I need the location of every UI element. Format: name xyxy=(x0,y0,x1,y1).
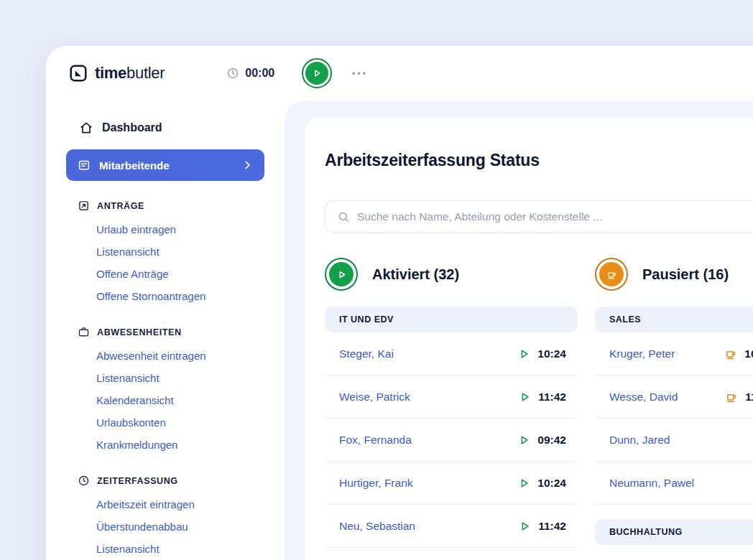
brand-name: timebutler xyxy=(95,64,165,83)
sidebar-item-listenansicht-antraege[interactable]: Listenansicht xyxy=(46,241,285,263)
department-header: SALES xyxy=(595,307,753,332)
brand-name-regular: butler xyxy=(126,64,165,83)
sidebar-section-antraege: ANTRÄGE Urlaub eintragen Listenansicht O… xyxy=(46,200,285,307)
timer-value: 00:00 xyxy=(245,67,274,80)
page-title: Arbeitszeiterfassung Status xyxy=(325,151,753,170)
section-header: ANTRÄGE xyxy=(46,200,285,212)
app-logo: timebutler xyxy=(69,64,165,83)
sidebar-item-label: Dashboard xyxy=(102,121,162,134)
sidebar: Dashboard Mitarbeitende ANTRÄGE Urlaub e… xyxy=(46,101,285,560)
requests-icon xyxy=(78,200,90,212)
tracked-time: 10:24 xyxy=(537,477,566,490)
play-icon xyxy=(517,477,530,490)
active-status-badge xyxy=(325,258,358,291)
table-row[interactable]: Wesse, David 11:42 xyxy=(595,375,753,419)
play-icon xyxy=(518,520,531,533)
sidebar-item-listenansicht-abwesenheiten[interactable]: Listenansicht xyxy=(46,367,285,389)
sidebar-item-arbeitszeit-eintragen[interactable]: Arbeitszeit eintragen xyxy=(46,493,285,515)
clock-icon xyxy=(78,475,90,487)
department-header: BUCHHALTUNG xyxy=(595,519,753,545)
paused-status-header: Pausiert (16) xyxy=(595,258,753,291)
paused-status-label: Pausiert (16) xyxy=(642,266,729,283)
more-options-button[interactable]: ⋯ xyxy=(351,65,368,81)
tracked-time: 10:24 xyxy=(537,347,566,360)
employee-name[interactable]: Dunn, Jared xyxy=(609,434,670,447)
sidebar-item-ueberstundenabbau[interactable]: Überstundenabbau xyxy=(46,515,285,538)
table-row[interactable]: Hurtiger, Frank 10:24 xyxy=(325,462,578,505)
sidebar-item-krankmeldungen[interactable]: Krankmeldungen xyxy=(46,434,285,456)
tracked-time: 11:42 xyxy=(745,391,753,403)
coffee-icon xyxy=(725,391,738,403)
employee-name[interactable]: Neu, Sebastian xyxy=(339,520,415,533)
employee-name[interactable]: Neumann, Pawel xyxy=(609,477,694,490)
active-status-label: Aktiviert (32) xyxy=(372,266,459,283)
sidebar-item-kalenderansicht[interactable]: Kalenderansicht xyxy=(46,389,285,411)
play-icon xyxy=(517,434,530,447)
active-status-header: Aktiviert (32) xyxy=(325,258,578,291)
search-icon xyxy=(337,210,350,223)
table-row[interactable]: Neu, Sebastian 11:42 xyxy=(325,505,578,548)
app-header: timebutler 00:00 ⋯ xyxy=(46,46,753,101)
table-row[interactable]: Dunn, Jared xyxy=(595,419,753,462)
search-bar xyxy=(325,200,753,233)
play-icon xyxy=(518,391,531,403)
sidebar-item-label: Mitarbeitende xyxy=(99,159,170,172)
sidebar-item-listenansicht-zeiterfassung[interactable]: Listenansicht xyxy=(46,538,285,560)
active-employees-column: IT UND EDV Steger, Kai 10:24 Weise, Patr… xyxy=(325,307,578,548)
home-icon xyxy=(79,121,93,135)
sidebar-item-dashboard[interactable]: Dashboard xyxy=(46,113,285,142)
employees-list-icon xyxy=(78,159,91,172)
search-input[interactable] xyxy=(357,210,753,223)
app-window: timebutler 00:00 ⋯ Dashboard xyxy=(46,46,753,560)
employee-name[interactable]: Kruger, Peter xyxy=(609,347,675,360)
section-header: ZEITERFASSUNG xyxy=(46,475,285,487)
section-title: ANTRÄGE xyxy=(97,201,144,211)
employee-name[interactable]: Wesse, David xyxy=(609,391,678,403)
timebutler-logo-icon xyxy=(69,64,88,83)
employee-name[interactable]: Weise, Patrick xyxy=(339,391,410,403)
employee-name[interactable]: Hurtiger, Frank xyxy=(339,477,413,490)
table-row[interactable]: Weise, Patrick 11:42 xyxy=(325,375,578,419)
sidebar-item-offene-stornoantraege[interactable]: Offene Stornoantragen xyxy=(46,285,285,307)
content-panel: Arbeitszeiterfassung Status Aktiviert (3… xyxy=(285,101,753,560)
paused-status-badge xyxy=(595,258,628,291)
briefcase-icon xyxy=(78,326,90,338)
tracked-time: 10:24 xyxy=(744,347,753,360)
work-timer: 00:00 xyxy=(226,67,274,80)
sidebar-section-abwesenheiten: ABWESENHEITEN Abwesenheit eintragen List… xyxy=(46,326,285,456)
table-row[interactable]: Steger, Kai 10:24 xyxy=(325,332,578,375)
department-header: IT UND EDV xyxy=(325,307,578,332)
table-row[interactable]: Fox, Fernanda 09:42 xyxy=(325,419,578,462)
sidebar-item-urlaub-eintragen[interactable]: Urlaub eintragen xyxy=(46,218,285,241)
paused-employees-column: SALES Kruger, Peter 10:24 Wesse, David 1… xyxy=(595,307,753,545)
play-icon xyxy=(329,262,354,286)
play-icon xyxy=(517,347,530,360)
clock-icon xyxy=(226,67,239,80)
tracked-time: 09:42 xyxy=(537,434,566,447)
coffee-icon xyxy=(724,347,737,360)
sidebar-item-urlaubskonten[interactable]: Urlaubskonten xyxy=(46,411,285,434)
section-header: ABWESENHEITEN xyxy=(46,326,285,338)
employee-name[interactable]: Steger, Kai xyxy=(339,347,394,360)
sidebar-item-mitarbeitende[interactable]: Mitarbeitende xyxy=(66,149,264,181)
start-timer-button[interactable] xyxy=(302,58,332,88)
employee-name[interactable]: Fox, Fernanda xyxy=(339,434,412,447)
table-row[interactable]: Kruger, Peter 10:24 xyxy=(595,332,753,375)
sidebar-section-zeiterfassung: ZEITERFASSUNG Arbeitszeit eintragen Über… xyxy=(46,475,285,560)
section-title: ABWESENHEITEN xyxy=(97,327,182,337)
section-title: ZEITERFASSUNG xyxy=(97,476,178,486)
play-icon xyxy=(305,62,328,85)
chevron-right-icon xyxy=(241,159,253,171)
table-row[interactable]: Neumann, Pawel xyxy=(595,462,753,505)
brand-name-bold: time xyxy=(95,64,126,83)
tracked-time: 11:42 xyxy=(538,391,566,403)
sidebar-item-abwesenheit-eintragen[interactable]: Abwesenheit eintragen xyxy=(46,345,285,367)
sidebar-item-offene-antraege[interactable]: Offene Anträge xyxy=(46,263,285,285)
status-card: Arbeitszeiterfassung Status Aktiviert (3… xyxy=(305,118,753,560)
coffee-icon xyxy=(599,262,624,286)
tracked-time: 11:42 xyxy=(538,520,566,533)
